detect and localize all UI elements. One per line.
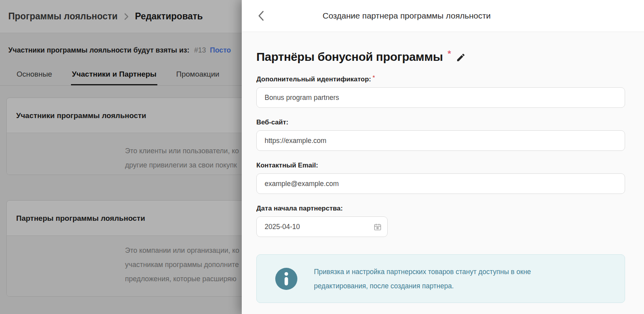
partner-group-heading: Партнёры бонусной программы bbox=[256, 50, 443, 64]
back-button[interactable] bbox=[254, 8, 269, 23]
calendar-icon[interactable] bbox=[373, 223, 382, 231]
additional-identifier-input[interactable] bbox=[256, 87, 625, 108]
chevron-left-icon bbox=[256, 9, 266, 22]
info-circle-icon bbox=[275, 267, 298, 290]
website-field: Веб-сайт: bbox=[256, 118, 625, 151]
field-label-text: Веб-сайт: bbox=[256, 118, 288, 126]
edit-heading-button[interactable] bbox=[456, 53, 466, 62]
contact-email-field: Контактный Email: bbox=[256, 162, 625, 194]
field-label-text: Дата начала партнерства: bbox=[256, 205, 343, 212]
info-text-line: редактирования, после создания партнера. bbox=[314, 279, 531, 293]
additional-identifier-field: Дополнительный идентификатор: * bbox=[256, 75, 625, 108]
field-label: Дополнительный идентификатор: * bbox=[256, 75, 625, 83]
field-label: Дата начала партнерства: bbox=[256, 205, 625, 212]
info-text-line: Привязка и настройка партнерских товаров… bbox=[314, 265, 531, 279]
drawer-title: Создание партнера программы лояльности bbox=[323, 11, 491, 21]
field-label-text: Контактный Email: bbox=[256, 162, 318, 169]
drawer-header: Создание партнера программы лояльности bbox=[242, 0, 644, 32]
info-banner: Привязка и настройка партнерских товаров… bbox=[256, 254, 625, 303]
partnership-start-date-input[interactable] bbox=[256, 216, 388, 237]
pencil-icon bbox=[456, 53, 466, 62]
drawer-body: Партнёры бонусной программы * Дополнител… bbox=[242, 32, 644, 314]
required-asterisk: * bbox=[448, 49, 451, 59]
field-label: Контактный Email: bbox=[256, 162, 625, 169]
field-label: Веб-сайт: bbox=[256, 118, 625, 126]
info-text: Привязка и настройка партнерских товаров… bbox=[314, 265, 531, 293]
field-label-text: Дополнительный идентификатор: bbox=[256, 75, 371, 83]
contact-email-input[interactable] bbox=[256, 173, 625, 194]
website-input[interactable] bbox=[256, 130, 625, 151]
create-partner-drawer: Создание партнера программы лояльности П… bbox=[242, 0, 644, 314]
partnership-start-date-field: Дата начала партнерства: bbox=[256, 205, 625, 237]
required-asterisk: * bbox=[373, 74, 375, 81]
heading-row: Партнёры бонусной программы * bbox=[256, 50, 625, 64]
